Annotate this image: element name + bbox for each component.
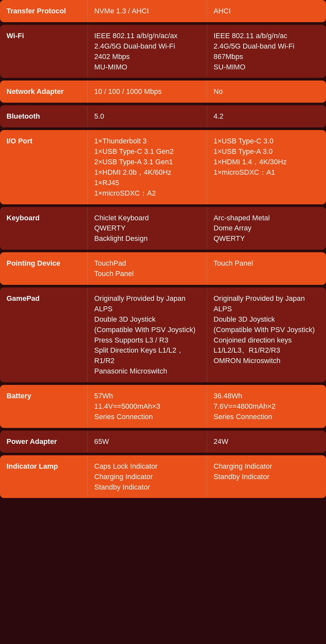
label-gamepad: GamePad [0,287,87,382]
col-b-wifi: IEEE 802.11 a/b/g/n/ac 2.4G/5G Dual-band… [207,25,326,78]
row-gamepad: GamePadOriginally Provided by Japan ALPS… [0,287,326,382]
row-pointing-device: Pointing DeviceTouchPad Touch PanelTouch… [0,252,326,285]
spec-table: Transfer ProtocolNVMe 1.3 / AHCIAHCIWi-F… [0,0,326,498]
label-battery: Battery [0,385,87,428]
row-keyboard: KeyboardChiclet Keyboard QWERTY Backligh… [0,207,326,250]
row-battery: Battery57Wh 11.4V==5000mAh×3 Series Conn… [0,385,326,428]
row-network-adapter: Network Adapter10 / 100 / 1000 MbpsNo [0,80,326,103]
label-network-adapter: Network Adapter [0,80,87,103]
row-wifi: Wi-FiIEEE 802.11 a/b/g/n/ac/ax 2.4G/5G D… [0,25,326,78]
col-a-keyboard: Chiclet Keyboard QWERTY Backlight Design [87,207,207,250]
label-indicator-lamp: Indicator Lamp [0,455,87,498]
row-io-port: I/O Port1×Thunderbolt 3 1×USB Type-C 3.1… [0,130,326,204]
label-wifi: Wi-Fi [0,25,87,78]
col-b-io-port: 1×USB Type-C 3.0 1×USB Type-A 3.0 1×HDMI… [207,130,326,204]
label-bluetooth: Bluetooth [0,105,87,127]
col-a-network-adapter: 10 / 100 / 1000 Mbps [87,80,207,103]
row-indicator-lamp: Indicator LampCaps Lock Indicator Chargi… [0,455,326,498]
col-b-power-adapter: 24W [207,431,326,453]
col-b-pointing-device: Touch Panel [207,252,326,285]
col-b-gamepad: Originally Provided by Japan ALPS Double… [207,287,326,382]
col-a-wifi: IEEE 802.11 a/b/g/n/ac/ax 2.4G/5G Dual-b… [87,25,207,78]
col-a-gamepad: Originally Provided by Japan ALPS Double… [87,287,207,382]
col-a-indicator-lamp: Caps Lock Indicator Charging Indicator S… [87,455,207,498]
label-transfer-protocol: Transfer Protocol [0,0,87,22]
col-b-keyboard: Arc-shaped Metal Dome Array QWERTY [207,207,326,250]
col-b-battery: 36.48Wh 7.6V==4800mAh×2 Series Connectio… [207,385,326,428]
label-power-adapter: Power Adapter [0,431,87,453]
col-a-transfer-protocol: NVMe 1.3 / AHCI [87,0,207,22]
row-bluetooth: Bluetooth5.04.2 [0,105,326,127]
col-a-pointing-device: TouchPad Touch Panel [87,252,207,285]
row-transfer-protocol: Transfer ProtocolNVMe 1.3 / AHCIAHCI [0,0,326,22]
col-b-network-adapter: No [207,80,326,103]
col-a-battery: 57Wh 11.4V==5000mAh×3 Series Connection [87,385,207,428]
row-power-adapter: Power Adapter65W24W [0,431,326,453]
col-b-transfer-protocol: AHCI [207,0,326,22]
label-io-port: I/O Port [0,130,87,204]
label-keyboard: Keyboard [0,207,87,250]
col-b-indicator-lamp: Charging Indicator Standby Indicator [207,455,326,498]
col-a-io-port: 1×Thunderbolt 3 1×USB Type-C 3.1 Gen2 2×… [87,130,207,204]
col-a-bluetooth: 5.0 [87,105,207,127]
label-pointing-device: Pointing Device [0,252,87,285]
col-b-bluetooth: 4.2 [207,105,326,127]
col-a-power-adapter: 65W [87,431,207,453]
